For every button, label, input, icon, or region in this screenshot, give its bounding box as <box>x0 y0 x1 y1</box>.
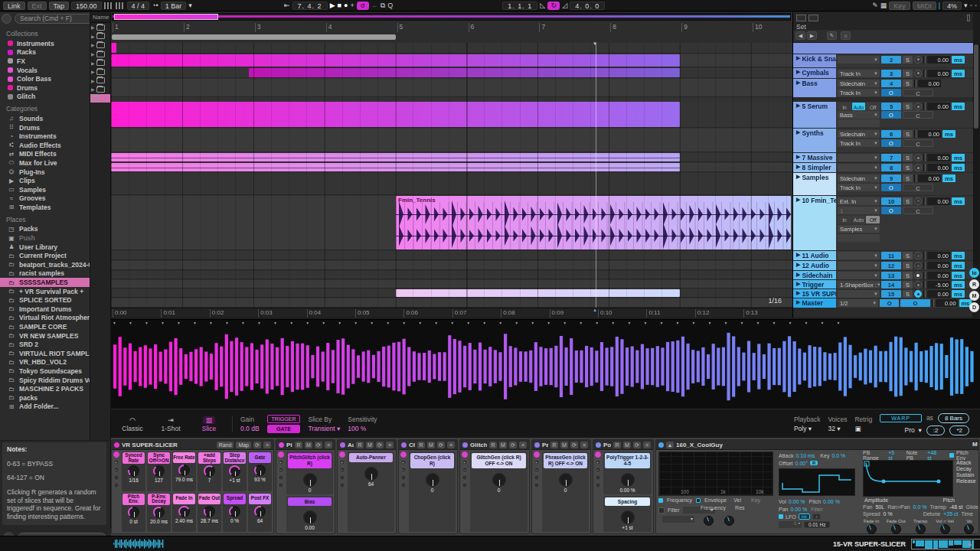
rail-button-icon[interactable] <box>462 482 468 488</box>
param-knob[interactable] <box>364 467 378 481</box>
macro-label-button[interactable]: Free Rate <box>173 452 195 463</box>
save-icon[interactable]: ≡ <box>447 442 455 448</box>
track-delay-value[interactable]: 0.00 <box>927 70 950 77</box>
set-locator-pencil-icon[interactable]: ✎ <box>827 31 837 40</box>
track-name[interactable]: ▶8 Simpler <box>793 163 836 172</box>
cue-channel-button[interactable]: C <box>903 184 933 191</box>
solo-button[interactable]: S <box>903 70 913 77</box>
retrig-control[interactable]: Retrig ▣ <box>854 416 872 432</box>
sidebar-item-templates[interactable]: ⊞Templates <box>0 203 90 212</box>
input-routing-menu[interactable]: ▼ <box>838 154 880 161</box>
track-header-row[interactable]: ▶Kick & Snare▼2S0.00ms <box>793 54 973 67</box>
expand-arrow-icon[interactable]: ▶ <box>91 42 95 47</box>
track-number-button[interactable]: 7 <box>881 154 901 161</box>
macro-knob[interactable] <box>178 465 190 476</box>
rail-led-icon[interactable] <box>462 452 468 458</box>
input-routing-menu[interactable]: ▼ <box>838 56 880 64</box>
output-channel-button[interactable]: O <box>881 139 901 147</box>
rail-button-icon[interactable]: − <box>339 467 345 473</box>
solo-button[interactable]: S <box>903 56 913 64</box>
scrollbar-thumb[interactable] <box>974 44 978 129</box>
solo-button[interactable]: S <box>903 262 913 269</box>
filter-display[interactable]: 100 1k 10k <box>658 452 773 496</box>
track-name[interactable]: ▶Cymbals <box>793 68 836 78</box>
delay-unit-badge[interactable]: ms <box>952 262 965 269</box>
playback-control[interactable]: Playback Poly ▾ <box>794 416 821 432</box>
randomize-button[interactable]: R <box>356 442 364 448</box>
rail-button-icon[interactable] <box>339 474 345 481</box>
envelope-display[interactable] <box>863 460 953 497</box>
param-knob[interactable] <box>426 473 439 487</box>
sidebar-item-racist-samples[interactable]: 🗀racist samples <box>0 269 90 279</box>
track-header-row[interactable]: ▶10 Fmin_TennExt. In▼10S0.00ms1▼OCInAuto… <box>793 196 973 250</box>
track-name[interactable]: ▶Sidechain <box>793 271 836 279</box>
record-button[interactable]: ● <box>344 2 348 10</box>
tap-tempo-button[interactable]: Tap <box>49 2 70 10</box>
track-delay-value[interactable]: 0.00 <box>927 154 950 161</box>
macro-label-button[interactable]: Step Distance <box>224 452 246 464</box>
track-delay-value[interactable]: 0.00 <box>918 130 941 138</box>
track-name[interactable]: ▶Trigger <box>793 280 836 289</box>
sidebar-item-add-folder-[interactable]: ⊞Add Folder... <box>0 403 90 412</box>
monitor-option[interactable]: Off <box>866 103 880 110</box>
filter-checkbox[interactable] <box>658 507 665 514</box>
mode-slice-button[interactable]: ▥ Slice <box>194 416 224 432</box>
macro-label-button[interactable]: Sync Off<>ON <box>148 452 170 464</box>
rail-button-icon[interactable]: + <box>278 459 284 465</box>
result-row[interactable]: ▶ <box>90 41 110 50</box>
device-activator-led[interactable] <box>114 442 119 448</box>
track-name[interactable]: ▶Samples <box>793 173 836 195</box>
track-play-icon[interactable]: ▶ <box>796 69 800 78</box>
sidebar-item-packs[interactable]: ◳Packs <box>0 225 90 234</box>
track-name[interactable] <box>793 43 973 54</box>
rail-button-icon[interactable] <box>534 474 540 481</box>
env-knob-transp[interactable]: Transp-48 st <box>912 519 929 536</box>
knob[interactable] <box>867 524 877 534</box>
arm-button[interactable] <box>914 262 922 269</box>
time-signature-display[interactable]: 4 / 4 <box>127 2 150 10</box>
macro-label-button[interactable]: Synced Rate <box>122 452 145 464</box>
capture-midi-button[interactable]: Q <box>387 2 393 10</box>
double-tempo-button[interactable]: *2 <box>949 425 969 435</box>
bar-number[interactable]: 9 <box>681 23 688 32</box>
warp-triangle-icon[interactable]: ▲ <box>666 442 674 448</box>
param-label-button[interactable]: PolyTrigger 1-2-3-4-5 <box>605 453 650 468</box>
input-routing-menu[interactable]: 1/2▼ <box>838 299 878 307</box>
warp-button[interactable]: WARP <box>880 414 922 422</box>
link-button[interactable]: Link <box>3 2 25 10</box>
bar-number[interactable]: 1 <box>113 23 119 32</box>
sidebar-item-user-library[interactable]: ♟User Library <box>0 243 90 252</box>
sidebar-item-vocals[interactable]: Vocals <box>0 66 90 75</box>
rail-button-icon[interactable] <box>278 482 284 488</box>
solo-button[interactable]: S <box>903 281 913 289</box>
input-routing-menu[interactable]: ▼ <box>838 272 880 279</box>
sidebar-item-midi-effects[interactable]: ⇄MIDI Effects <box>0 150 90 159</box>
time-label[interactable]: 0:13 <box>743 309 758 318</box>
monitor-option[interactable]: In <box>838 103 851 110</box>
hotswap-icon[interactable]: ⟳ <box>437 442 445 448</box>
expand-arrow-icon[interactable]: ▶ <box>91 86 95 92</box>
rail-button-icon[interactable] <box>400 482 407 488</box>
param-label-button[interactable]: Bias <box>288 497 332 507</box>
output-channel-button[interactable]: O <box>881 207 901 214</box>
rail-button-icon[interactable]: + <box>595 459 601 465</box>
arrangement-clip[interactable] <box>111 43 116 53</box>
delay-unit-badge[interactable]: ms <box>952 281 965 289</box>
track-number-button[interactable]: 3 <box>881 70 901 77</box>
cue-channel-button[interactable]: C <box>903 111 933 119</box>
rail-led-icon[interactable] <box>113 452 119 458</box>
hotswap-icon[interactable]: ⟳ <box>570 442 578 448</box>
expand-arrow-icon[interactable]: ▶ <box>91 60 95 66</box>
result-row[interactable]: ▶ <box>90 50 110 59</box>
env-knob-vo[interactable]: Vo <box>961 519 978 536</box>
rail-led-icon[interactable] <box>400 452 407 458</box>
track-header-row[interactable]: ▶CymbalsTrack In▼3S0.00ms <box>793 68 973 78</box>
nudge-down-icon[interactable] <box>104 2 113 9</box>
time-label[interactable]: 0:06 <box>403 309 418 318</box>
time-ruler[interactable]: ▲ 0:000:010:020:030:040:050:060:070:080:… <box>111 308 792 318</box>
browser-toggle-icon[interactable] <box>2 14 11 24</box>
track-header-row[interactable]: ▶Master1/2▼OO0.00ms <box>793 298 973 308</box>
macro-label-button[interactable]: Gate <box>249 452 271 463</box>
device-title-bar[interactable]: VR SUPER-SLICERRandMap⟳≡ <box>112 440 273 450</box>
sidebar-item--vr-survival-pack-[interactable]: 🗀+ VR Survival Pack + <box>0 287 90 296</box>
